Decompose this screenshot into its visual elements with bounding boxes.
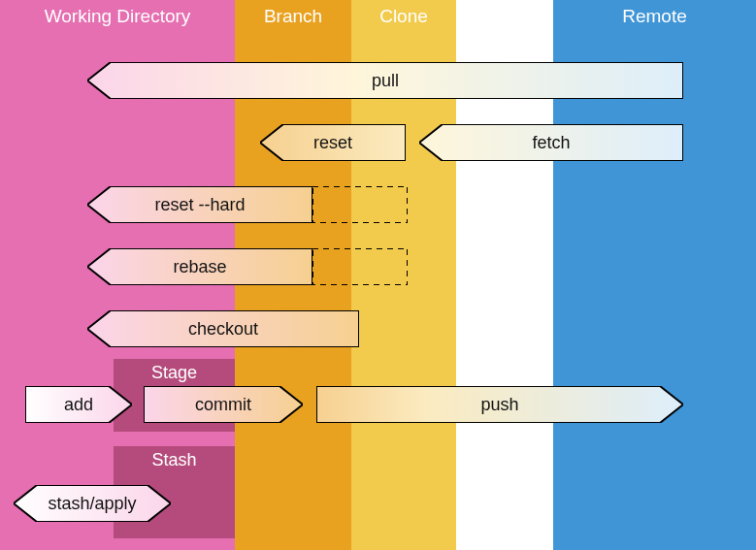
column-label-branch: Branch xyxy=(235,6,351,27)
arrow-checkout: checkout xyxy=(87,310,359,347)
arrow-add: add xyxy=(25,386,132,423)
svg-marker-4 xyxy=(312,186,408,223)
svg-marker-1 xyxy=(260,124,406,161)
svg-marker-7 xyxy=(87,310,359,347)
arrow-rebase-extension xyxy=(312,248,408,285)
arrow-stash-apply: stash/apply xyxy=(14,485,171,522)
svg-marker-8 xyxy=(25,386,132,423)
subcolumn-label-stage: Stage xyxy=(114,363,235,383)
column-label-clone: Clone xyxy=(351,6,456,27)
arrow-push: push xyxy=(316,386,683,423)
arrow-commit: commit xyxy=(144,386,303,423)
svg-marker-2 xyxy=(419,124,683,161)
arrow-reset: reset xyxy=(260,124,406,161)
svg-marker-11 xyxy=(14,485,171,522)
svg-marker-5 xyxy=(87,248,312,285)
svg-marker-10 xyxy=(316,386,683,423)
arrow-reset-hard-extension xyxy=(312,186,408,223)
svg-marker-9 xyxy=(144,386,303,423)
arrow-pull: pull xyxy=(87,62,683,99)
svg-marker-6 xyxy=(312,248,408,285)
column-label-working-directory: Working Directory xyxy=(0,6,235,27)
svg-marker-0 xyxy=(87,62,683,99)
subcolumn-label-stash: Stash xyxy=(114,450,235,470)
svg-marker-3 xyxy=(87,186,312,223)
arrow-rebase: rebase xyxy=(87,248,312,285)
arrow-fetch: fetch xyxy=(419,124,683,161)
column-label-remote: Remote xyxy=(553,6,756,27)
git-flow-diagram: Working Directory Branch Clone Remote St… xyxy=(0,0,756,550)
arrow-reset-hard: reset --hard xyxy=(87,186,312,223)
